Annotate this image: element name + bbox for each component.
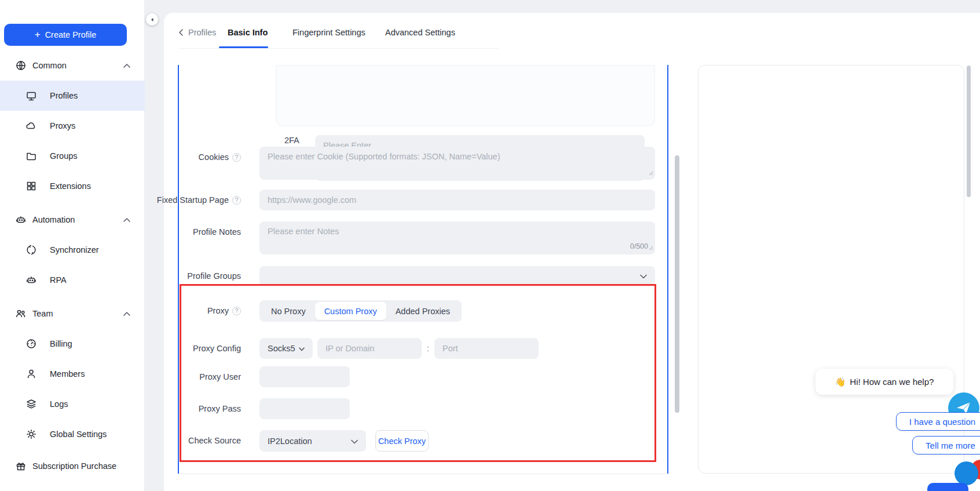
proxy-mode-added-proxies[interactable]: Added Proxies bbox=[386, 302, 459, 320]
form-bottom-divider bbox=[178, 474, 667, 474]
sidebar-item-extensions[interactable]: Extensions bbox=[0, 176, 145, 196]
proxy-host-input[interactable] bbox=[326, 344, 414, 353]
layers-icon bbox=[25, 398, 37, 410]
startup-page-input[interactable] bbox=[268, 195, 647, 205]
chevron-up-icon[interactable] bbox=[123, 215, 131, 224]
create-profile-label: Create Profile bbox=[45, 30, 97, 39]
footer-primary-button[interactable] bbox=[927, 483, 968, 491]
tabbar-divider bbox=[178, 48, 498, 49]
gear-icon bbox=[25, 428, 37, 440]
check-source-select[interactable]: IP2Location bbox=[259, 430, 366, 452]
proxy-port-input[interactable] bbox=[443, 344, 531, 353]
sidebar-item-label: Billing bbox=[50, 339, 72, 348]
sidebar-item-proxys[interactable]: Proxys bbox=[0, 116, 145, 136]
proxy-user-label: Proxy User bbox=[199, 372, 241, 381]
proxy-label: Proxy bbox=[207, 306, 229, 315]
credentials-card: 2FA Password Note bbox=[276, 65, 655, 126]
person-icon bbox=[25, 368, 37, 380]
robot-icon bbox=[25, 274, 37, 286]
chevron-up-icon[interactable] bbox=[123, 309, 131, 318]
sidebar-item-billing[interactable]: Billing bbox=[0, 334, 145, 354]
check-source-label: Check Source bbox=[188, 436, 241, 445]
proxy-port-input-box bbox=[434, 338, 539, 359]
help-icon[interactable]: ? bbox=[232, 307, 241, 315]
sidebar-section-common[interactable]: Common bbox=[0, 56, 145, 75]
active-tab-underline bbox=[219, 46, 268, 48]
chat-greeting-bubble[interactable]: 👋 Hi! How can we help? bbox=[816, 369, 953, 395]
chevron-left-icon bbox=[178, 28, 184, 37]
robot-icon bbox=[15, 214, 27, 226]
sidebar-item-groups[interactable]: Groups bbox=[0, 146, 145, 166]
chat-quick-reply-question[interactable]: I have a question bbox=[896, 412, 980, 431]
help-icon[interactable]: ? bbox=[232, 196, 241, 205]
proxy-protocol-value: Socks5 bbox=[268, 344, 295, 353]
form-scrollbar[interactable] bbox=[675, 155, 679, 413]
chat-launcher-icon[interactable] bbox=[955, 461, 978, 485]
sidebar-section-label: Team bbox=[32, 309, 53, 318]
profile-notes-label: Profile Notes bbox=[193, 227, 241, 237]
cloud-icon bbox=[25, 120, 37, 132]
sidebar-item-label: Logs bbox=[50, 399, 68, 409]
resize-handle-icon[interactable] bbox=[648, 242, 653, 253]
sidebar-item-profiles[interactable]: Profiles bbox=[0, 81, 145, 111]
chat-quick-reply-more[interactable]: Tell me more bbox=[912, 436, 980, 454]
sync-icon bbox=[25, 244, 37, 256]
tab-fingerprint-settings[interactable]: Fingerprint Settings bbox=[292, 28, 365, 37]
cookies-label: Cookies bbox=[199, 152, 229, 162]
sidebar-item-synchronizer[interactable]: Synchronizer bbox=[0, 240, 145, 260]
proxy-config-label: Proxy Config bbox=[193, 344, 241, 353]
sidebar-item-label: Members bbox=[50, 369, 85, 379]
sidebar-section-label: Common bbox=[32, 61, 67, 70]
cookies-textarea[interactable] bbox=[268, 152, 647, 170]
sidebar-item-label: Groups bbox=[50, 151, 78, 161]
chevron-down-icon bbox=[299, 344, 305, 353]
monitor-icon bbox=[25, 90, 37, 101]
gift-icon bbox=[15, 460, 27, 472]
proxy-pass-input[interactable] bbox=[268, 404, 342, 413]
sidebar-section-team[interactable]: Team bbox=[0, 304, 145, 323]
sidebar-item-label: RPA bbox=[50, 275, 67, 285]
sidebar-item-logs[interactable]: Logs bbox=[0, 394, 145, 414]
sidebar-item-label: Extensions bbox=[50, 181, 91, 191]
form-right-rail bbox=[667, 65, 668, 474]
sidebar-item-label: Global Settings bbox=[50, 430, 107, 439]
panel-scrollbar[interactable] bbox=[967, 66, 971, 197]
sidebar-collapse-button[interactable] bbox=[146, 13, 158, 26]
char-counter: 0/500 bbox=[630, 242, 648, 250]
proxy-protocol-select[interactable]: Socks5 bbox=[259, 338, 313, 359]
sidebar-item-global-settings[interactable]: Global Settings bbox=[0, 424, 145, 444]
tab-advanced-settings[interactable]: Advanced Settings bbox=[385, 28, 455, 37]
proxy-mode-custom-proxy[interactable]: Custom Proxy bbox=[315, 302, 386, 320]
profile-groups-select[interactable] bbox=[259, 266, 655, 286]
check-source-value: IP2Location bbox=[268, 437, 312, 446]
sidebar-item-members[interactable]: Members bbox=[0, 364, 145, 384]
sidebar-item-subscription-purchase[interactable]: Subscription Purchase bbox=[0, 456, 145, 476]
proxy-pass-input-box bbox=[259, 398, 350, 419]
create-profile-button[interactable]: + Create Profile bbox=[4, 24, 127, 46]
chevron-up-icon[interactable] bbox=[123, 61, 131, 70]
chevron-down-icon bbox=[351, 437, 358, 446]
proxy-user-input[interactable] bbox=[268, 372, 342, 381]
chevron-down-icon bbox=[640, 271, 647, 281]
check-proxy-button[interactable]: Check Proxy bbox=[375, 430, 429, 452]
back-to-profiles-link[interactable]: Profiles bbox=[178, 28, 216, 37]
chat-greeting-text: Hi! How can we help? bbox=[850, 377, 934, 387]
startup-page-label: Fixed Startup Page bbox=[157, 195, 229, 205]
proxy-mode-no-proxy[interactable]: No Proxy bbox=[262, 302, 315, 320]
sidebar-section-automation[interactable]: Automation bbox=[0, 210, 145, 230]
help-icon[interactable]: ? bbox=[232, 153, 241, 162]
sidebar-item-rpa[interactable]: RPA bbox=[0, 270, 145, 290]
sidebar-item-label: Synchronizer bbox=[50, 245, 99, 254]
resize-handle-icon[interactable] bbox=[648, 168, 653, 178]
app-window: + Create Profile Common Profiles Proxys bbox=[0, 0, 980, 491]
form-left-rail bbox=[178, 65, 179, 474]
gauge-icon bbox=[25, 338, 37, 350]
proxy-user-input-box bbox=[259, 366, 350, 387]
back-link-label: Profiles bbox=[188, 28, 216, 37]
wave-emoji: 👋 bbox=[835, 377, 846, 387]
grid-icon bbox=[25, 180, 37, 192]
tab-basic-info[interactable]: Basic Info bbox=[228, 28, 268, 37]
profile-notes-textarea[interactable] bbox=[268, 227, 647, 245]
proxy-mode-segmented: No Proxy Custom Proxy Added Proxies bbox=[259, 300, 462, 322]
team-icon bbox=[15, 308, 27, 319]
